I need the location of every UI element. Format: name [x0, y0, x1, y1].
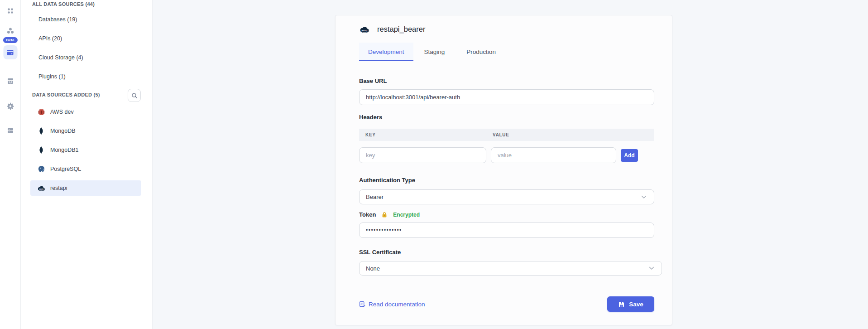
datasource-label: restapi	[50, 185, 67, 191]
documentation-icon	[359, 301, 365, 308]
token-label: Token	[359, 211, 376, 218]
header-key-input[interactable]	[359, 147, 486, 163]
headers-table-header: KEY VALUE	[359, 129, 654, 141]
category-label: Cloud Storage (4)	[38, 54, 83, 61]
app-root: Beta ALL DATA SOURCES (44) Databases (19…	[0, 0, 868, 329]
card-header: (REST) restapi_bearer	[336, 15, 672, 34]
apps-grid-icon[interactable]	[6, 7, 14, 15]
datasource-categories: Databases (19) APIs (20) Cloud Storage (…	[38, 10, 148, 86]
chevron-down-icon	[649, 266, 654, 270]
category-label: Plugins (1)	[38, 73, 66, 80]
auth-type-value: Bearer	[366, 194, 384, 200]
ssl-certificate-label: SSL Certificate	[359, 249, 654, 256]
sidebar-item-plugins[interactable]: Plugins (1)	[38, 67, 148, 86]
base-url-label: Base URL	[359, 77, 654, 84]
settings-gear-icon[interactable]	[6, 102, 14, 111]
chevron-down-icon	[641, 195, 647, 199]
icon-rail: Beta	[0, 0, 21, 329]
header-value-input[interactable]	[491, 147, 616, 163]
all-data-sources-header: ALL DATA SOURCES (44)	[32, 1, 95, 7]
ssl-certificate-value: None	[366, 265, 380, 272]
main-area: (REST) restapi_bearer Development Stagin…	[153, 0, 868, 329]
datasources-icon[interactable]	[3, 45, 17, 59]
marketplace-icon[interactable]	[6, 77, 14, 85]
datasource-label: PostgreSQL	[50, 166, 81, 172]
sidebar-item-apis[interactable]: APIs (20)	[38, 29, 148, 48]
tab-production[interactable]: Production	[456, 43, 507, 61]
rest-cloud-icon: (REST)	[359, 26, 369, 33]
data-sources-added-header: DATA SOURCES ADDED (5)	[32, 92, 100, 97]
search-datasources-button[interactable]	[128, 89, 141, 102]
beta-badge: Beta	[3, 37, 17, 43]
base-url-input[interactable]	[359, 89, 654, 105]
sidebar-item-cloud-storage[interactable]: Cloud Storage (4)	[38, 48, 148, 67]
datasource-item-mongodb1[interactable]: MongoDB1	[30, 142, 141, 158]
page-title: restapi_bearer	[377, 25, 425, 34]
datasource-config-card: (REST) restapi_bearer Development Stagin…	[335, 15, 672, 325]
aws-icon	[37, 108, 45, 116]
datasource-sidebar: ALL DATA SOURCES (44) Databases (19) API…	[21, 0, 153, 329]
added-datasources-list: AWS dev MongoDB MongoDB1 PostgreSQL	[30, 104, 141, 199]
key-column-header: KEY	[359, 132, 376, 137]
encrypted-badge: Encrypted	[393, 212, 420, 218]
svg-text:(REST): (REST)	[362, 29, 368, 31]
tab-development[interactable]: Development	[359, 43, 413, 61]
ssl-certificate-select[interactable]: None	[359, 261, 662, 276]
datasource-item-restapi[interactable]: (REST) restapi	[30, 180, 141, 196]
auth-type-label: Authentication Type	[359, 177, 654, 184]
mongodb-icon	[37, 146, 45, 154]
save-floppy-icon	[618, 301, 625, 308]
mongodb-icon	[37, 127, 45, 135]
doc-link-label: Read documentation	[369, 301, 425, 308]
groups-icon[interactable]	[6, 27, 14, 35]
header-entry-row: Add	[359, 147, 654, 163]
rest-cloud-icon: (REST)	[37, 185, 45, 191]
category-label: APIs (20)	[38, 35, 62, 42]
datasource-item-postgresql[interactable]: PostgreSQL	[30, 161, 141, 177]
datasource-item-mongodb[interactable]: MongoDB	[30, 123, 141, 139]
search-icon	[131, 92, 138, 99]
datasource-label: MongoDB	[50, 128, 76, 134]
token-input[interactable]	[359, 223, 654, 238]
svg-text:(REST): (REST)	[39, 188, 43, 190]
save-label: Save	[629, 301, 643, 308]
card-footer: Read documentation Save	[359, 296, 654, 312]
lock-icon	[382, 212, 387, 218]
environment-tabs: Development Staging Production	[336, 43, 672, 61]
sidebar-item-databases[interactable]: Databases (19)	[38, 10, 148, 29]
token-label-row: Token Encrypted	[359, 211, 654, 218]
category-label: Databases (19)	[38, 16, 77, 23]
datasource-label: AWS dev	[50, 109, 74, 115]
tab-staging[interactable]: Staging	[413, 43, 456, 61]
datasource-item-aws-dev[interactable]: AWS dev	[30, 104, 141, 120]
auth-type-select[interactable]: Bearer	[359, 189, 654, 204]
value-column-header: VALUE	[493, 132, 509, 137]
read-documentation-link[interactable]: Read documentation	[359, 301, 425, 308]
add-header-button[interactable]: Add	[621, 149, 638, 162]
save-button[interactable]: Save	[607, 296, 654, 312]
postgresql-icon	[37, 165, 45, 173]
headers-label: Headers	[359, 114, 654, 121]
datasource-label: MongoDB1	[50, 147, 79, 153]
environments-icon[interactable]	[6, 126, 14, 135]
datasource-form: Base URL Headers KEY VALUE Add Authentic…	[336, 77, 672, 312]
